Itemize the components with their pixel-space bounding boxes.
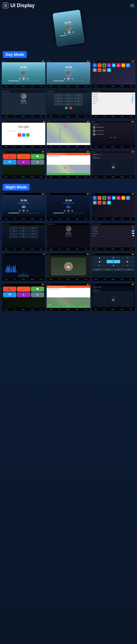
prev-icon[interactable]: ⏮ <box>64 32 66 34</box>
mp-prev-2[interactable]: ⏮ <box>64 78 66 80</box>
mp-next-1[interactable]: ⏭ <box>26 78 28 80</box>
mp-prev-1[interactable]: ⏮ <box>19 78 21 80</box>
nav-btn-ok[interactable]: OK <box>106 260 120 263</box>
app-wifi-n[interactable]: 📡 <box>93 201 97 205</box>
mp-play-n1[interactable]: ⏸ <box>22 209 25 212</box>
app-phone-n[interactable]: 📱 <box>102 196 106 200</box>
bb-apps-n9[interactable]: APPs <box>112 279 115 280</box>
bb-aux-n1[interactable]: AUX <box>40 218 42 220</box>
key-2[interactable]: 2 <box>64 94 73 97</box>
mp-progress-1[interactable] <box>8 81 39 81</box>
app-music-n[interactable]: 🎵 <box>98 196 102 200</box>
bb-aux-4[interactable]: AUX <box>40 116 42 117</box>
bb-wifi-n4[interactable]: WIFI <box>31 248 34 250</box>
nav-btn-down2[interactable]: ↘ <box>121 264 134 267</box>
bb-dial-10[interactable]: DIAL <box>5 176 8 178</box>
bb-dial-9[interactable]: DIAL <box>95 146 98 148</box>
bb-wifi-n7[interactable]: WIFI <box>31 279 34 280</box>
bb-wifi-8[interactable]: WIFI <box>76 146 78 148</box>
nav-func-4[interactable]: INFO <box>124 268 134 271</box>
key-6n[interactable]: 6 <box>29 230 38 232</box>
bb-bt-n8[interactable]: BT <box>59 279 60 280</box>
bb-bt-n10[interactable]: BT <box>14 309 16 310</box>
bb-aux-n2[interactable]: AUX <box>84 218 87 220</box>
app-bt[interactable]: BT <box>126 63 130 67</box>
app-phone[interactable]: 📱 <box>102 63 106 67</box>
mp-prev-n1[interactable]: ⏮ <box>19 210 21 212</box>
bb-dial-n1[interactable]: DIAL <box>5 218 8 220</box>
bb-apps-3[interactable]: APPs <box>112 86 115 87</box>
bb-bt-11[interactable]: BT <box>59 176 60 178</box>
bb-apps-1[interactable]: APPs <box>22 86 25 87</box>
key-star[interactable]: * <box>54 103 64 106</box>
auto-answer-toggle[interactable] <box>132 98 134 99</box>
app-grid-screen[interactable]: ✈ 🎵 📱 ⚙ 💬 ▶ 🗺 BT 📡 📷 📻 🖼 <box>92 62 135 85</box>
bb-dial-n9[interactable]: DIAL <box>95 279 98 280</box>
mp-progress-n1[interactable] <box>8 213 39 213</box>
bb-aux-5[interactable]: AUX <box>84 116 87 117</box>
bb-apps-2[interactable]: APPs <box>66 86 70 87</box>
bb-aux-n11[interactable]: AUX <box>84 309 87 310</box>
mp-play-2[interactable]: ⏸ <box>67 77 70 80</box>
google-search-bar[interactable]: Search or type URL <box>6 130 41 132</box>
key-hash[interactable]: # <box>74 103 83 106</box>
bb-dial-n7[interactable]: DIAL <box>5 279 8 280</box>
key-9[interactable]: 9 <box>74 100 83 102</box>
bb-apps-10[interactable]: APPs <box>22 176 25 178</box>
bt-prev[interactable]: ⏮ <box>21 103 22 104</box>
bb-wifi-n12[interactable]: WIFI <box>121 309 124 310</box>
night-viz-controls[interactable]: ⏮ ▶ ⏭ <box>21 273 26 274</box>
key-5n[interactable]: 5 <box>19 230 28 232</box>
bb-dial-3[interactable]: DIAL <box>95 86 98 87</box>
bb-wifi-2[interactable]: WIFI <box>76 86 78 87</box>
keypad[interactable]: 1 2 3 4 5 6 7 8 9 * 0 # <box>54 94 83 106</box>
bb-aux-n3[interactable]: AUX <box>130 218 132 220</box>
tag-1[interactable]: TAG1 <box>18 275 22 276</box>
cp-music-n[interactable]: 🎵 <box>17 286 30 292</box>
key-8n[interactable]: 8 <box>19 232 28 235</box>
bb-wifi-n8[interactable]: WIFI <box>76 279 78 280</box>
bb-apps-n7[interactable]: APPs <box>22 279 25 280</box>
bb-wifi-n6[interactable]: WIFI <box>121 248 124 250</box>
key-hash-n[interactable]: # <box>29 236 38 238</box>
bb-apps-n6[interactable]: APPs <box>112 248 115 250</box>
bb-wifi-n11[interactable]: WIFI <box>76 309 78 310</box>
bb-bt-4[interactable]: BT <box>14 116 16 117</box>
bb-apps-n2[interactable]: APPs <box>66 218 70 220</box>
call-answer[interactable]: 📞 <box>65 106 68 110</box>
app-radio[interactable]: 📻 <box>102 68 106 72</box>
bb-bt-7[interactable]: BT <box>14 146 16 148</box>
device-pin-val[interactable]: 0000 <box>132 96 134 97</box>
bb-wifi-3[interactable]: WIFI <box>121 86 124 87</box>
bb-aux-n5[interactable]: AUX <box>84 248 87 250</box>
mp-play-1[interactable]: ⏸ <box>22 77 25 80</box>
mp-controls-1[interactable]: ⏮ ⏸ ⏭ <box>19 77 28 80</box>
mp-progress-2[interactable] <box>53 81 84 81</box>
bb-apps-n8[interactable]: APPs <box>66 279 70 280</box>
key-1[interactable]: 1 <box>54 94 64 97</box>
key-7n[interactable]: 7 <box>9 232 18 235</box>
bb-aux-n9[interactable]: AUX <box>130 279 132 280</box>
app-maps-n[interactable]: 🗺 <box>121 196 125 200</box>
cp-podcasts[interactable]: 🎙 <box>17 160 30 165</box>
bb-apps-5[interactable]: APPs <box>66 116 70 117</box>
cp-phone[interactable]: 📞 <box>3 154 16 159</box>
bb-aux-6[interactable]: AUX <box>130 116 132 117</box>
bb-apps-11[interactable]: APPs <box>66 176 70 178</box>
app-telegram-n[interactable]: ✈ <box>93 196 97 200</box>
cp-settings-n[interactable]: ⚙ <box>31 292 44 297</box>
key-7[interactable]: 7 <box>54 100 64 102</box>
auto-connect-toggle-n[interactable] <box>132 232 134 234</box>
app-camera[interactable]: 📷 <box>98 68 102 72</box>
bb-dial-n2[interactable]: DIAL <box>50 218 52 220</box>
bb-wifi-4[interactable]: WIFI <box>31 116 34 117</box>
key-8[interactable]: 8 <box>64 100 73 102</box>
app-telegram[interactable]: ✈ <box>93 63 97 67</box>
key-5[interactable]: 5 <box>64 97 73 100</box>
bb-wifi-n10[interactable]: WIFI <box>31 309 34 310</box>
app-bt-n[interactable]: BT <box>126 196 130 200</box>
bb-dial-n12[interactable]: DIAL <box>95 309 98 310</box>
auto-connect-toggle[interactable] <box>132 100 134 102</box>
bt-controls[interactable]: ⏮ ⏸ ⏭ <box>21 103 26 104</box>
nav-btn-3[interactable]: ↗ <box>121 256 134 260</box>
